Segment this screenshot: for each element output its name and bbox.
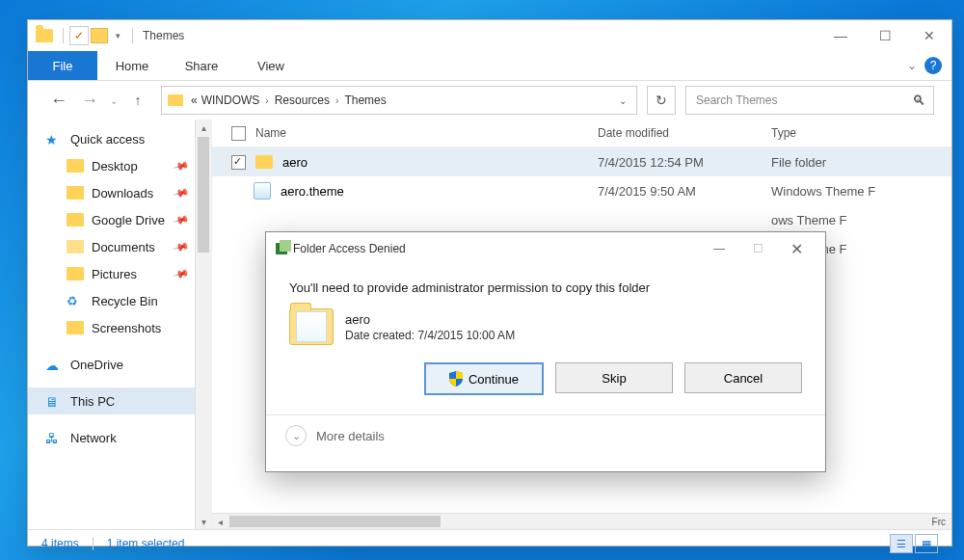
cancel-button[interactable]: Cancel	[684, 362, 802, 393]
folder-icon	[67, 213, 84, 227]
folder-icon	[255, 155, 273, 169]
refresh-button[interactable]: ↻	[647, 86, 676, 115]
tab-home[interactable]: Home	[97, 51, 167, 80]
scroll-thumb[interactable]	[198, 137, 209, 253]
skip-button[interactable]: Skip	[555, 362, 673, 393]
access-denied-dialog: Folder Access Denied — ☐ ✕ You'll need t…	[265, 231, 826, 472]
list-item[interactable]: aero.theme 7/4/2015 9:50 AM Windows Them…	[212, 176, 951, 205]
search-icon[interactable]: 🔍︎	[912, 93, 925, 108]
nav-scrollbar[interactable]: ▴ ▾	[195, 120, 211, 529]
folder-icon	[67, 267, 84, 280]
pin-icon: 📌	[173, 238, 191, 255]
theme-icon	[254, 182, 271, 200]
pin-icon: 📌	[173, 157, 191, 174]
folder-icon	[67, 321, 84, 334]
more-details-toggle[interactable]: ⌄ More details	[266, 414, 825, 456]
scroll-left-icon[interactable]: ◂	[212, 517, 228, 527]
sidebar-item-screenshots[interactable]: Screenshots	[28, 314, 211, 341]
qat-newfolder-icon[interactable]	[91, 28, 108, 43]
sidebar-network[interactable]: 🖧Network	[28, 424, 211, 451]
recycle-icon: ♻	[67, 294, 84, 307]
network-icon: 🖧	[45, 431, 63, 444]
view-icons-button[interactable]: ▦	[915, 534, 938, 553]
dialog-maximize-button: ☐	[738, 235, 777, 262]
up-button[interactable]: ↑	[124, 87, 151, 114]
folder-icon	[36, 29, 53, 42]
view-details-button[interactable]: ☰	[890, 534, 913, 553]
chevron-right-icon[interactable]: ›	[261, 95, 272, 106]
row-checkbox[interactable]	[231, 155, 246, 170]
recent-dropdown[interactable]: ⌄	[107, 87, 120, 114]
qat-dropdown-icon[interactable]: ▾	[116, 31, 120, 40]
monitor-icon: 🖥	[45, 394, 63, 408]
pin-icon: 📌	[173, 265, 191, 282]
sidebar-quick-access[interactable]: ★Quick access	[28, 125, 211, 152]
navigation-pane: ★Quick access Desktop📌 Downloads📌 Google…	[28, 120, 212, 529]
ribbon: File Home Share View ⌄ ?	[28, 51, 951, 81]
col-date[interactable]: Date modified	[598, 126, 771, 140]
horizontal-scrollbar[interactable]: ◂ Frc	[212, 513, 951, 529]
search-input[interactable]	[694, 93, 912, 108]
tab-view[interactable]: View	[236, 51, 306, 80]
window-title: Themes	[143, 29, 184, 42]
help-icon[interactable]: ?	[924, 57, 942, 74]
folder-large-icon	[289, 308, 334, 345]
star-icon: ★	[45, 132, 63, 146]
continue-button[interactable]: Continue	[424, 362, 544, 395]
folder-icon	[67, 186, 84, 200]
dialog-folder-name: aero	[345, 312, 515, 327]
copy-operation-icon	[276, 243, 287, 254]
breadcrumb-seg[interactable]: Resources	[273, 93, 332, 107]
sidebar-item-desktop[interactable]: Desktop📌	[28, 152, 211, 179]
scroll-down-icon[interactable]: ▾	[196, 514, 211, 529]
sidebar-onedrive[interactable]: ☁OneDrive	[28, 351, 211, 378]
sidebar-item-downloads[interactable]: Downloads📌	[28, 179, 211, 206]
dialog-titlebar[interactable]: Folder Access Denied — ☐ ✕	[266, 232, 825, 265]
forward-button[interactable]: →	[76, 87, 103, 114]
status-item-count: 4 items	[41, 537, 79, 550]
address-dropdown-icon[interactable]: ⌄	[615, 95, 630, 106]
col-name[interactable]: Name	[255, 126, 286, 140]
list-item[interactable]: ows Theme F	[212, 205, 951, 234]
qat-properties-icon[interactable]: ✓	[69, 26, 89, 45]
sidebar-item-pictures[interactable]: Pictures📌	[28, 260, 211, 287]
breadcrumb-seg[interactable]: Themes	[342, 93, 388, 107]
minimize-button[interactable]: —	[818, 21, 863, 50]
sidebar-item-documents[interactable]: Documents📌	[28, 233, 211, 260]
col-type[interactable]: Type	[771, 126, 951, 140]
uac-shield-icon	[449, 371, 463, 387]
sidebar-item-google-drive[interactable]: Google Drive📌	[28, 206, 211, 233]
breadcrumb-prefix[interactable]: «	[189, 93, 200, 107]
tab-file[interactable]: File	[28, 51, 97, 80]
back-button[interactable]: ←	[45, 87, 72, 114]
tab-share[interactable]: Share	[167, 51, 236, 80]
search-box[interactable]: 🔍︎	[685, 86, 934, 115]
nav-row: ← → ⌄ ↑ « WINDOWS › Resources › Themes ⌄…	[28, 81, 951, 120]
chevron-down-icon: ⌄	[285, 425, 307, 446]
folder-icon	[67, 240, 84, 253]
address-bar[interactable]: « WINDOWS › Resources › Themes ⌄	[161, 86, 637, 115]
close-button[interactable]: ✕	[907, 21, 951, 50]
chevron-right-icon[interactable]: ›	[332, 95, 342, 106]
sidebar-this-pc[interactable]: 🖥This PC	[28, 387, 211, 414]
breadcrumb-seg[interactable]: WINDOWS	[200, 93, 262, 107]
dialog-minimize-button[interactable]: —	[700, 235, 738, 262]
title-bar[interactable]: ✓ ▾ Themes — ☐ ✕	[28, 20, 951, 51]
status-frc: Frc	[932, 517, 951, 527]
list-item[interactable]: aero 7/4/2015 12:54 PM File folder	[212, 147, 951, 176]
dialog-close-button[interactable]: ✕	[777, 235, 816, 262]
select-all-checkbox[interactable]	[231, 126, 246, 141]
sidebar-item-recycle-bin[interactable]: ♻Recycle Bin	[28, 287, 211, 314]
column-headers[interactable]: Name Date modified Type	[212, 120, 951, 147]
cloud-icon: ☁	[45, 358, 63, 371]
folder-icon	[168, 94, 183, 106]
maximize-button[interactable]: ☐	[863, 21, 907, 50]
scroll-up-icon[interactable]: ▴	[196, 120, 211, 135]
scroll-thumb[interactable]	[229, 516, 441, 527]
ribbon-collapse-icon[interactable]: ⌄	[907, 59, 917, 72]
status-bar: 4 items 1 item selected ☰ ▦	[28, 529, 951, 557]
dialog-message: You'll need to provide administrator per…	[289, 280, 802, 295]
dialog-folder-date: Date created: 7/4/2015 10:00 AM	[345, 329, 515, 342]
dialog-title: Folder Access Denied	[293, 242, 406, 255]
pin-icon: 📌	[173, 211, 191, 228]
